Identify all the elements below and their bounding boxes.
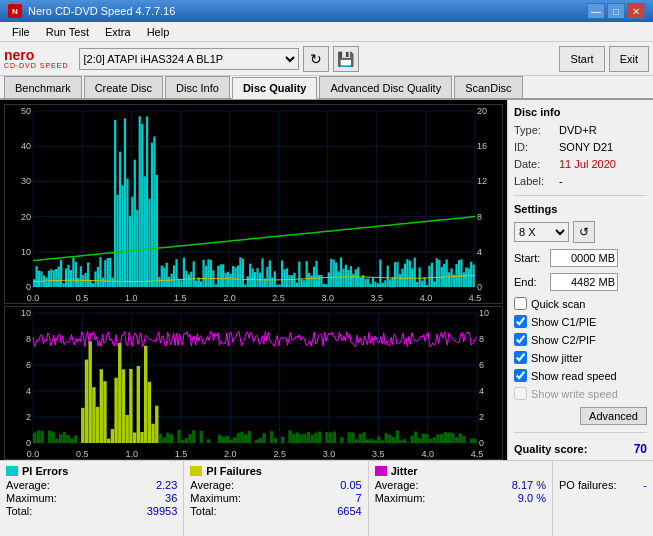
pi-failures-label: PI Failures bbox=[190, 465, 361, 477]
disc-id-row: ID: SONY D21 bbox=[514, 141, 647, 153]
show-jitter-checkbox[interactable] bbox=[514, 351, 527, 364]
close-button[interactable]: ✕ bbox=[627, 3, 645, 19]
quality-score-label: Quality score: bbox=[514, 443, 587, 455]
title-bar: N Nero CD-DVD Speed 4.7.7.16 — □ ✕ bbox=[0, 0, 653, 22]
disc-date-row: Date: 11 Jul 2020 bbox=[514, 158, 647, 170]
app-icon: N bbox=[8, 4, 22, 18]
pi-max-row: Maximum: 36 bbox=[6, 492, 177, 504]
show-write-speed-checkbox bbox=[514, 387, 527, 400]
pi-total-label: Total: bbox=[6, 505, 32, 517]
tab-create-disc[interactable]: Create Disc bbox=[84, 76, 163, 98]
tab-benchmark[interactable]: Benchmark bbox=[4, 76, 82, 98]
title-bar-left: N Nero CD-DVD Speed 4.7.7.16 bbox=[8, 4, 175, 18]
pi-avg-label: Average: bbox=[6, 479, 50, 491]
disc-label-row: Label: - bbox=[514, 175, 647, 187]
logo-sub: CD·DVD SPEED bbox=[4, 62, 69, 69]
jitter-label: Jitter bbox=[375, 465, 546, 477]
menu-extra[interactable]: Extra bbox=[97, 24, 139, 40]
show-read-speed-row: Show read speed bbox=[514, 369, 647, 382]
exit-button[interactable]: Exit bbox=[609, 46, 649, 72]
disc-date-value: 11 Jul 2020 bbox=[559, 158, 616, 170]
toolbar: nero CD·DVD SPEED [2:0] ATAPI iHAS324 A … bbox=[0, 42, 653, 76]
pi-errors-color bbox=[6, 466, 18, 476]
menu-help[interactable]: Help bbox=[139, 24, 178, 40]
right-panel: Disc info Type: DVD+R ID: SONY D21 Date:… bbox=[507, 100, 653, 460]
save-icon-btn[interactable]: 💾 bbox=[333, 46, 359, 72]
show-c1-label: Show C1/PIE bbox=[531, 316, 596, 328]
disc-label-label: Label: bbox=[514, 175, 559, 187]
bottom-chart bbox=[4, 306, 503, 460]
end-mb-row: End: bbox=[514, 273, 647, 291]
stats-bar: PI Errors Average: 2.23 Maximum: 36 Tota… bbox=[0, 460, 653, 536]
jit-avg-row: Average: 8.17 % bbox=[375, 479, 546, 491]
logo: nero CD·DVD SPEED bbox=[4, 48, 69, 69]
pi-errors-label: PI Errors bbox=[6, 465, 177, 477]
pi-total-value: 39953 bbox=[147, 505, 178, 517]
pif-avg-row: Average: 0.05 bbox=[190, 479, 361, 491]
tab-disc-quality[interactable]: Disc Quality bbox=[232, 77, 318, 99]
pif-total-row: Total: 6654 bbox=[190, 505, 361, 517]
jit-max-row: Maximum: 9.0 % bbox=[375, 492, 546, 504]
title-bar-text: Nero CD-DVD Speed 4.7.7.16 bbox=[28, 5, 175, 17]
maximize-button[interactable]: □ bbox=[607, 3, 625, 19]
top-chart bbox=[4, 104, 503, 304]
menu-run-test[interactable]: Run Test bbox=[38, 24, 97, 40]
show-c2-label: Show C2/PIF bbox=[531, 334, 596, 346]
disc-info-title: Disc info bbox=[514, 106, 647, 118]
advanced-button[interactable]: Advanced bbox=[580, 407, 647, 425]
pi-max-value: 36 bbox=[165, 492, 177, 504]
disc-type-label: Type: bbox=[514, 124, 559, 136]
pif-total-value: 6654 bbox=[337, 505, 361, 517]
menu-file[interactable]: File bbox=[4, 24, 38, 40]
settings-title: Settings bbox=[514, 203, 647, 215]
pi-max-label: Maximum: bbox=[6, 492, 57, 504]
jitter-color bbox=[375, 466, 387, 476]
tab-disc-info[interactable]: Disc Info bbox=[165, 76, 230, 98]
start-label: Start: bbox=[514, 252, 546, 264]
jitter-section: Jitter Average: 8.17 % Maximum: 9.0 % bbox=[369, 461, 553, 536]
disc-label-value: - bbox=[559, 175, 563, 187]
quick-scan-label: Quick scan bbox=[531, 298, 585, 310]
quality-score-row: Quality score: 70 bbox=[514, 442, 647, 456]
show-c2-checkbox[interactable] bbox=[514, 333, 527, 346]
po-value: - bbox=[643, 479, 647, 491]
chart-area bbox=[0, 100, 507, 460]
jit-avg-value: 8.17 % bbox=[512, 479, 546, 491]
quick-scan-checkbox[interactable] bbox=[514, 297, 527, 310]
pi-avg-value: 2.23 bbox=[156, 479, 177, 491]
tab-scan-disc[interactable]: ScanDisc bbox=[454, 76, 522, 98]
show-c2-row: Show C2/PIF bbox=[514, 333, 647, 346]
menu-bar: File Run Test Extra Help bbox=[0, 22, 653, 42]
pif-avg-label: Average: bbox=[190, 479, 234, 491]
disc-date-label: Date: bbox=[514, 158, 559, 170]
pi-failures-color bbox=[190, 466, 202, 476]
end-input[interactable] bbox=[550, 273, 618, 291]
quick-scan-row: Quick scan bbox=[514, 297, 647, 310]
po-label: PO failures: bbox=[559, 479, 616, 491]
pi-failures-section: PI Failures Average: 0.05 Maximum: 7 Tot… bbox=[184, 461, 368, 536]
minimize-button[interactable]: — bbox=[587, 3, 605, 19]
speed-row: 8 X ↺ bbox=[514, 221, 647, 243]
pi-avg-row: Average: 2.23 bbox=[6, 479, 177, 491]
end-label: End: bbox=[514, 276, 546, 288]
tab-advanced-disc-quality[interactable]: Advanced Disc Quality bbox=[319, 76, 452, 98]
tabs: Benchmark Create Disc Disc Info Disc Qua… bbox=[0, 76, 653, 100]
disc-id-value: SONY D21 bbox=[559, 141, 613, 153]
settings-refresh-icon[interactable]: ↺ bbox=[573, 221, 595, 243]
show-read-speed-checkbox[interactable] bbox=[514, 369, 527, 382]
start-input[interactable] bbox=[550, 249, 618, 267]
refresh-icon-btn[interactable]: ↻ bbox=[303, 46, 329, 72]
pi-total-row: Total: 39953 bbox=[6, 505, 177, 517]
drive-select[interactable]: [2:0] ATAPI iHAS324 A BL1P bbox=[79, 48, 299, 70]
show-c1-checkbox[interactable] bbox=[514, 315, 527, 328]
pif-total-label: Total: bbox=[190, 505, 216, 517]
speed-select[interactable]: 8 X bbox=[514, 222, 569, 242]
show-jitter-row: Show jitter bbox=[514, 351, 647, 364]
show-c1-row: Show C1/PIE bbox=[514, 315, 647, 328]
start-button[interactable]: Start bbox=[559, 46, 604, 72]
title-bar-controls: — □ ✕ bbox=[587, 3, 645, 19]
disc-type-row: Type: DVD+R bbox=[514, 124, 647, 136]
quality-score-value: 70 bbox=[634, 442, 647, 456]
show-write-speed-label: Show write speed bbox=[531, 388, 618, 400]
jit-max-value: 9.0 % bbox=[518, 492, 546, 504]
